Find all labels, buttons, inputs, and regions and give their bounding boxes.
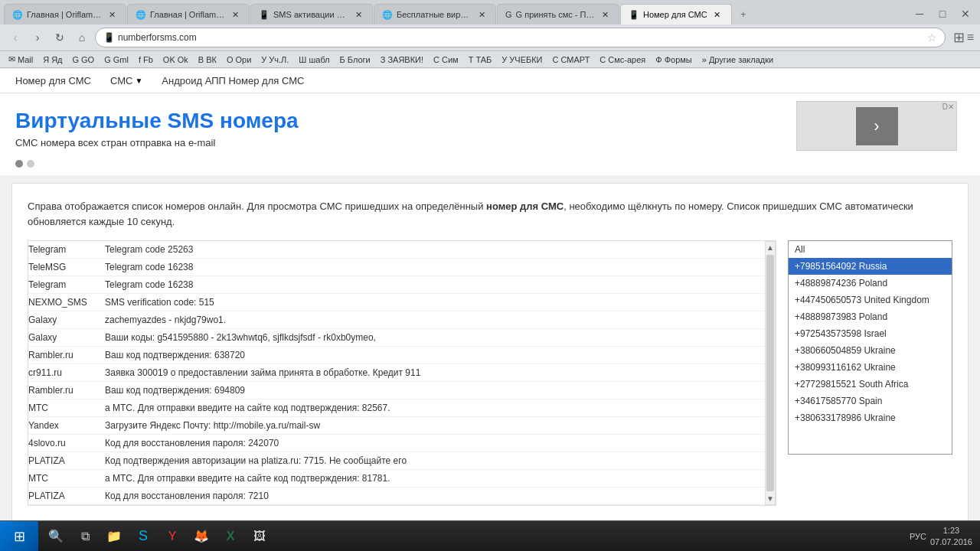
tab-close-2[interactable]: ✕ <box>229 8 241 21</box>
bookmark-item-16[interactable]: ССмс-арея <box>595 54 650 66</box>
message-text: Загрузите Яндекс Почту: http://mobile.ya… <box>105 420 765 431</box>
minimize-button[interactable]: ─ <box>909 3 930 24</box>
bookmark-item-0[interactable]: ✉Mail <box>4 53 38 66</box>
url-input[interactable]: 📱 numberforsms.com ☆ <box>95 28 946 47</box>
bookmark-item-4[interactable]: fFb <box>134 54 158 66</box>
browser-chrome: 🌐Главная | Oriflame cosm...✕🌐Главная | O… <box>0 0 980 68</box>
bookmark-star[interactable]: ☆ <box>927 31 937 44</box>
message-scrollbar[interactable]: ▲ ▼ <box>765 241 776 505</box>
browser-tab-5[interactable]: GG принять смс - Поиск в...✕ <box>497 4 619 24</box>
new-tab-button[interactable]: + <box>733 4 754 24</box>
tab-close-3[interactable]: ✕ <box>352 8 364 21</box>
bookmark-item-2[interactable]: GGO <box>68 54 100 66</box>
extensions-icon[interactable]: ⊞ <box>953 29 965 46</box>
site-navigation: Номер для СМС СМС ▼ Андроид АПП Номер дл… <box>0 69 980 93</box>
message-sender: МТС <box>28 403 105 413</box>
bookmark-item-3[interactable]: GGml <box>100 54 133 66</box>
bookmark-item-6[interactable]: ВВК <box>194 54 221 66</box>
bookmark-item-11[interactable]: ЗЗАЯВКИ! <box>376 54 428 66</box>
bookmark-item-5[interactable]: OKOk <box>158 54 193 66</box>
message-row: TelegramTelegram code 25263 <box>28 241 765 259</box>
number-list-item[interactable]: +48889873983 Poland <box>789 308 952 325</box>
nav-dropdown-sms[interactable]: СМС ▼ <box>110 75 142 86</box>
bookmark-item-17[interactable]: ФФормы <box>651 54 696 66</box>
number-listbox[interactable]: All+79851564092 Russia+48889874236 Polan… <box>788 240 952 455</box>
browser-tab-4[interactable]: 🌐Бесплатные виртуальн...✕ <box>374 4 496 24</box>
info-highlight: номер для СМС <box>486 201 564 212</box>
menu-icon[interactable]: ≡ <box>967 31 974 44</box>
search-taskbar-icon[interactable]: 🔍 <box>42 523 70 550</box>
message-text: Код для восстановления пароля: 242070 <box>105 438 765 448</box>
forward-button[interactable]: › <box>28 28 47 47</box>
message-row: МТСа МТС. Для отправки введите на сайте … <box>28 399 765 417</box>
bookmark-item-8[interactable]: УУч.Л. <box>256 54 293 66</box>
message-row: PLATIZAКод подтверждения авторизации на … <box>28 452 765 470</box>
browser-tab-3[interactable]: 📱SMS активации и арен...✕ <box>250 4 373 24</box>
scroll-down-icon[interactable]: ▼ <box>765 493 776 504</box>
tab-close-6[interactable]: ✕ <box>711 8 724 21</box>
bookmark-label-18: Другие закладки <box>709 55 773 64</box>
number-selector: All+79851564092 Russia+48889874236 Polan… <box>788 240 952 506</box>
number-list-item[interactable]: +79851564092 Russia <box>789 258 952 275</box>
ad-close-btn[interactable]: D✕ <box>940 102 956 112</box>
number-list-item[interactable]: +27729815521 South Africa <box>789 376 952 393</box>
dot-2[interactable] <box>27 160 34 168</box>
number-list-item[interactable]: +380633178986 Ukraine <box>789 409 952 426</box>
dot-1[interactable] <box>15 160 23 168</box>
home-button[interactable]: ⌂ <box>73 28 91 47</box>
task-view-icon[interactable]: ⧉ <box>71 523 99 550</box>
bookmark-item-1[interactable]: ЯЯд <box>38 54 67 66</box>
messages-section: TelegramTelegram code 25263TeleMSGTelegr… <box>28 240 952 506</box>
skype-icon[interactable]: S <box>129 523 157 550</box>
bookmark-item-14[interactable]: УУЧЕБКИ <box>497 54 547 66</box>
message-row: Rambler.ruВаш код подтверждения: 694809 <box>28 382 765 399</box>
ad-banner[interactable]: › D✕ <box>796 101 957 151</box>
ad-arrow-icon[interactable]: › <box>856 107 898 145</box>
refresh-button[interactable]: ↻ <box>51 28 69 47</box>
bookmark-item-7[interactable]: OОри <box>222 54 256 66</box>
tab-favicon-6: 📱 <box>629 10 639 20</box>
photos-icon[interactable]: 🖼 <box>246 523 273 550</box>
tab-close-5[interactable]: ✕ <box>599 8 611 21</box>
tab-close-4[interactable]: ✕ <box>475 8 488 21</box>
file-manager-icon[interactable]: 📁 <box>100 523 128 550</box>
number-list-item[interactable]: +380660504859 Ukraine <box>789 342 952 359</box>
bookmark-item-13[interactable]: ТТАБ <box>464 54 497 66</box>
messages-list: TelegramTelegram code 25263TeleMSGTelegr… <box>28 241 765 505</box>
bookmark-icon-3: G <box>104 55 111 64</box>
number-list-item[interactable]: +447450650573 United Kingdom <box>789 292 952 308</box>
bookmark-item-18[interactable]: »Другие закладки <box>697 54 778 66</box>
firefox-icon[interactable]: 🦊 <box>188 523 215 550</box>
back-button[interactable]: ‹ <box>6 28 24 47</box>
excel-icon[interactable]: X <box>217 523 244 550</box>
browser-tab-2[interactable]: 🌐Главная | Oriflame cosm...✕ <box>127 4 250 24</box>
browser-tab-6[interactable]: 📱Номер для СМС✕ <box>620 4 732 24</box>
browser-tab-1[interactable]: 🌐Главная | Oriflame cosm...✕ <box>4 4 126 24</box>
message-sender: Telegram <box>28 244 105 255</box>
bookmark-label-17: Формы <box>665 55 692 64</box>
close-button[interactable]: ✕ <box>955 3 976 24</box>
tab-favicon-1: 🌐 <box>12 10 23 20</box>
bookmark-label-16: Смс-арея <box>608 55 645 64</box>
scroll-up-icon[interactable]: ▲ <box>765 242 776 253</box>
tab-close-1[interactable]: ✕ <box>106 8 118 21</box>
nav-item-android[interactable]: Андроид АПП Номер для СМС <box>162 75 304 86</box>
start-button[interactable]: ⊞ <box>0 521 38 552</box>
maximize-button[interactable]: □ <box>932 3 953 24</box>
scroll-thumb[interactable] <box>766 255 774 491</box>
number-list-item[interactable]: +972543573598 Israel <box>789 325 952 342</box>
bookmark-item-9[interactable]: Шшабл <box>294 54 334 66</box>
yandex-icon[interactable]: Y <box>158 523 186 550</box>
number-list-item[interactable]: +380993116162 Ukraine <box>789 359 952 376</box>
bookmark-item-15[interactable]: ССМАРТ <box>548 54 595 66</box>
clock: 1:23 07.07.2016 <box>930 525 972 547</box>
number-list-item[interactable]: +34617585770 Spain <box>789 393 952 409</box>
bookmark-item-10[interactable]: ББлоги <box>335 54 375 66</box>
number-all-item[interactable]: All <box>789 241 952 258</box>
tab-favicon-3: 📱 <box>259 10 270 20</box>
bookmark-item-12[interactable]: ССим <box>429 54 463 66</box>
message-row: Rambler.ruВаш код подтверждения: 638720 <box>28 347 765 364</box>
number-list-item[interactable]: +48889874236 Poland <box>789 275 952 292</box>
nav-item-number[interactable]: Номер для СМС <box>15 75 91 86</box>
nav-item-sms[interactable]: СМС <box>110 75 132 86</box>
